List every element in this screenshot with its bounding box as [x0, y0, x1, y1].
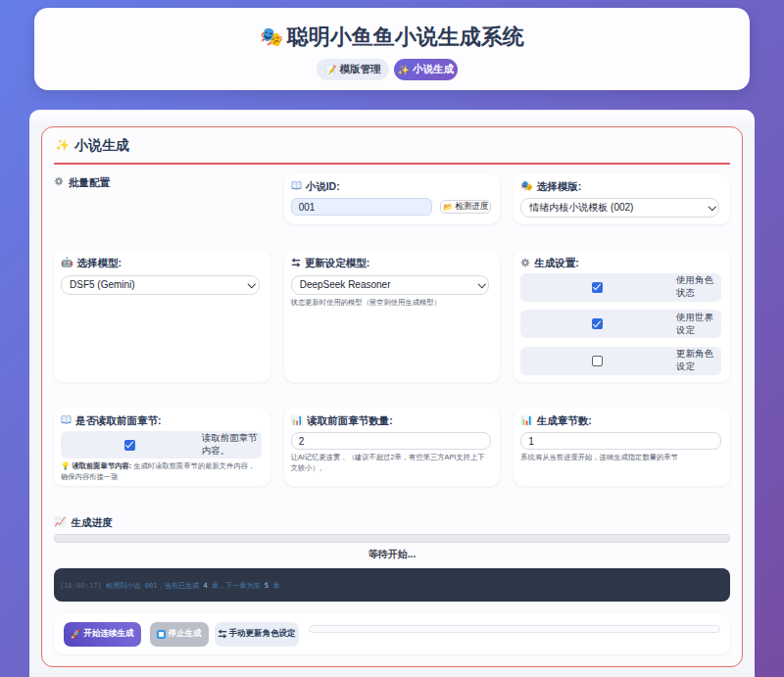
- checkbox-zone: [520, 282, 674, 293]
- chevron-down-icon: [708, 203, 715, 211]
- main-container: ✨ 小说生成 批量配置 小说ID: 📂 检测进度: [29, 110, 755, 677]
- theater-masks-icon: 🎭: [260, 26, 283, 48]
- read-prev-row: 读取前面章节内容。: [61, 431, 262, 459]
- batch-config-text: 批量配置: [69, 176, 110, 189]
- bar-chart-icon: 📊: [291, 415, 303, 425]
- app-header: 🎭 聪明小鱼鱼小说生成系统 📝 模版管理 ✨ 小说生成: [34, 8, 750, 90]
- update-model-label-text: 更新设定模型:: [305, 257, 370, 269]
- progress-status-text: 等待开始...: [54, 549, 730, 560]
- update-model-selected-value: DeepSeek Reasoner: [300, 279, 391, 290]
- gear-icon: [54, 176, 64, 186]
- update-model-select[interactable]: DeepSeek Reasoner: [291, 275, 490, 295]
- update-model-label: 更新设定模型:: [291, 257, 492, 269]
- read-prev-hint: 💡 读取前面章节内容: 生成时读取前面章节的最新文件内容，确保内容衔接一致: [61, 461, 262, 482]
- actions-panel: 🚀 开始连续生成 停止生成 手动更新角色设定: [54, 613, 730, 654]
- novel-id-input[interactable]: [291, 198, 433, 216]
- swap-arrows-icon: [218, 629, 227, 639]
- tab-novel-label: 小说生成: [413, 63, 454, 76]
- tab-template-label: 模版管理: [340, 63, 381, 76]
- chevron-down-icon: [248, 280, 256, 288]
- gen-count-input[interactable]: [520, 432, 721, 450]
- open-book-icon: [291, 180, 302, 191]
- checkbox-zone: [61, 440, 199, 451]
- read-count-panel: 📊 读取前面章节数量: 让AI记忆更连贯，（建议不超过2章，有些第三方API支持…: [284, 408, 501, 487]
- tab-template-management[interactable]: 📝 模版管理: [317, 59, 388, 80]
- read-count-hint: 让AI记忆更连贯，（建议不超过2章，有些第三方API支持上下文较小）。: [291, 453, 492, 473]
- read-count-input[interactable]: [291, 432, 492, 450]
- log-timestamp: [16:00:17]: [60, 581, 102, 590]
- open-book-icon: [61, 414, 72, 425]
- sparkles-icon: ✨: [55, 138, 70, 153]
- log-message: 检测到小说 001，当前已生成: [102, 581, 204, 590]
- stop-generation-label: 停止生成: [169, 628, 202, 640]
- template-panel: 🎭 选择模版: 情绪内核小说模板 (002): [514, 173, 730, 225]
- check-progress-button[interactable]: 📂 检测进度: [440, 200, 491, 214]
- update-character-setting-label: 更新角色设定: [674, 348, 721, 373]
- read-prev-hint-bold: 读取前面章节内容:: [72, 461, 131, 470]
- update-model-panel: 更新设定模型: DeepSeek Reasoner 状态更新时使用的模型（留空则…: [284, 250, 501, 382]
- generation-progress-bar: [54, 534, 730, 543]
- use-character-state-label: 使用角色状态: [674, 274, 721, 300]
- bar-chart-icon: 📊: [520, 415, 532, 425]
- config-grid: 批量配置 小说ID: 📂 检测进度 🎭 选择模版:: [54, 173, 730, 487]
- batch-config-label: 批量配置: [54, 173, 270, 225]
- app-title: 🎭 聪明小鱼鱼小说生成系统: [34, 24, 750, 49]
- read-prev-label: 是否读取前面章节:: [61, 414, 262, 427]
- sparkles-icon: ✨: [398, 65, 410, 75]
- checkbox-zone: [520, 318, 674, 329]
- model-label-text: 选择模型:: [76, 257, 122, 269]
- model-label: 🤖 选择模型:: [61, 257, 262, 269]
- model-selected-value: DSF5 (Gemini): [70, 279, 135, 290]
- check-progress-label: 检测进度: [455, 201, 488, 213]
- log-message: 章，下一章为第: [208, 581, 265, 590]
- manual-update-label: 手动更新角色设定: [229, 628, 296, 640]
- read-prev-panel: 是否读取前面章节: 读取前面章节内容。 💡 读取前面章节内容: 生成时读取前面章…: [54, 408, 270, 487]
- start-generation-label: 开始连续生成: [84, 628, 134, 640]
- gen-settings-panel: 生成设置: 使用角色状态 使用世界设定 更新角色设定: [514, 250, 730, 382]
- use-world-setting-checkbox[interactable]: [592, 318, 603, 329]
- read-count-label: 📊 读取前面章节数量:: [291, 414, 492, 427]
- checkbox-zone: [520, 356, 674, 366]
- template-select[interactable]: 情绪内核小说模板 (002): [520, 198, 719, 218]
- rocket-icon: 🚀: [71, 629, 81, 639]
- app-title-text: 聪明小鱼鱼小说生成系统: [287, 24, 524, 49]
- gen-count-label-text: 生成章节数:: [537, 414, 592, 427]
- log-message: 章: [269, 581, 279, 590]
- chart-increasing-icon: 📈: [54, 517, 66, 527]
- template-selected-value: 情绪内核小说模板 (002): [529, 201, 633, 215]
- update-model-hint: 状态更新时使用的模型（留空则使用生成模型）: [291, 298, 492, 309]
- use-character-state-row: 使用角色状态: [520, 273, 721, 302]
- tab-novel-generation[interactable]: ✨ 小说生成: [394, 59, 458, 80]
- novel-generation-card: ✨ 小说生成 批量配置 小说ID: 📂 检测进度: [41, 126, 743, 667]
- progress-label-text: 生成进度: [71, 516, 112, 529]
- model-panel: 🤖 选择模型: DSF5 (Gemini): [54, 250, 270, 382]
- stop-button-icon: [157, 630, 166, 639]
- chevron-down-icon: [478, 280, 486, 288]
- read-prev-checkbox[interactable]: [124, 440, 135, 451]
- theater-masks-icon: 🎭: [520, 181, 532, 191]
- read-count-label-text: 读取前面章节数量:: [307, 414, 393, 427]
- update-character-setting-checkbox[interactable]: [592, 356, 603, 366]
- progress-section-label: 📈 生成进度: [54, 516, 730, 529]
- start-generation-button[interactable]: 🚀 开始连续生成: [64, 622, 141, 647]
- use-character-state-checkbox[interactable]: [592, 282, 603, 293]
- read-prev-label-text: 是否读取前面章节:: [75, 414, 162, 427]
- novel-id-label: 小说ID:: [291, 180, 492, 193]
- memo-icon: 📝: [324, 65, 336, 75]
- read-prev-option-label: 读取前面章节内容。: [199, 432, 262, 458]
- swap-arrows-icon: [291, 258, 301, 267]
- manual-update-character-button[interactable]: 手动更新角色设定: [215, 622, 299, 647]
- use-world-setting-row: 使用世界设定: [520, 310, 721, 338]
- gen-settings-label-text: 生成设置:: [534, 257, 579, 269]
- novel-id-row: 📂 检测进度: [291, 198, 492, 216]
- robot-icon: 🤖: [61, 258, 73, 267]
- gen-count-panel: 📊 生成章节数: 系统将从当前进度开始，连续生成指定数量的章节: [514, 408, 730, 487]
- log-line: [16:00:17] 检测到小说 001，当前已生成 4 章，下一章为第 5 章: [60, 580, 280, 591]
- novel-id-panel: 小说ID: 📂 检测进度: [284, 173, 501, 225]
- nav-tabs: 📝 模版管理 ✨ 小说生成: [29, 59, 745, 80]
- stop-generation-button[interactable]: 停止生成: [150, 622, 209, 647]
- model-select[interactable]: DSF5 (Gemini): [61, 275, 260, 295]
- card-title: ✨ 小说生成: [54, 137, 730, 165]
- novel-id-label-text: 小说ID:: [306, 180, 340, 193]
- log-panel[interactable]: [16:00:17] 检测到小说 001，当前已生成 4 章，下一章为第 5 章: [54, 568, 730, 602]
